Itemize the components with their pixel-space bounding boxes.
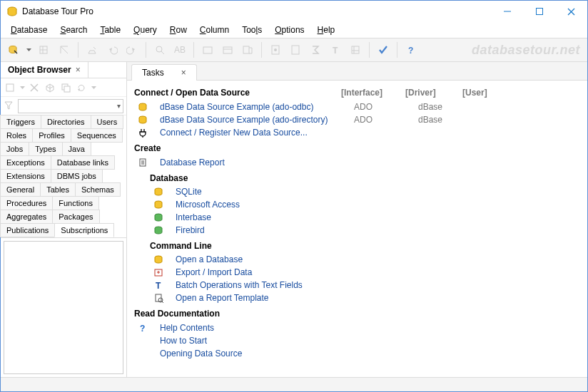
object-tab-dbms-jobs[interactable]: DBMS jobs [51,169,103,183]
cmd-label: Open a Report Template [176,293,355,303]
create-report[interactable]: Database Report [134,156,577,169]
chevron-down-icon[interactable] [19,81,25,94]
object-tab-procedures[interactable]: Procedures [0,196,53,210]
tb-5[interactable] [200,42,216,58]
cmd-row[interactable]: Open a Report Template [134,292,577,304]
db-label: Microsoft Access [176,200,355,210]
object-tab-schemas[interactable]: Schemas [75,182,121,197]
col-user: [User] [462,88,505,98]
svg-text:?: ? [140,324,145,333]
toolbar-btn-3[interactable] [56,42,72,58]
close-icon[interactable]: × [181,68,186,78]
menu-help[interactable]: Help [312,24,341,36]
redo-icon[interactable] [124,42,140,58]
col-driver: [Driver] [405,88,448,98]
menu-tools[interactable]: Tools [236,24,268,36]
cmd-label: Open a Database [176,254,355,264]
object-tab-exceptions[interactable]: Exceptions [0,155,51,170]
doc-row[interactable]: ?Help Contents [134,321,577,334]
menu-search[interactable]: Search [54,24,93,36]
new-datasource[interactable]: Connect / Register New Data Source... [134,126,577,139]
funnel-icon[interactable] [4,100,15,112]
help-icon[interactable]: ? [403,42,419,58]
svg-text:?: ? [408,46,413,56]
cmd-row[interactable]: TBatch Operations with Text Fields [134,279,577,292]
object-tab-jobs[interactable]: Jobs [0,142,29,156]
database-icon [137,114,148,125]
object-tab-database-links[interactable]: Database links [51,155,115,170]
object-tab-extensions[interactable]: Extensions [0,169,51,183]
datasource-row[interactable]: dBase Data Source Example (ado-odbc) ADO… [134,100,577,113]
new-icon[interactable] [4,81,16,94]
menu-database[interactable]: Database [5,24,53,36]
tb-10[interactable] [348,42,363,58]
tab-tasks[interactable]: Tasks × [131,64,197,81]
database-icon [153,225,164,236]
menubar: Database Search Table Query Row Column T… [1,22,587,38]
maximize-button[interactable] [523,1,555,22]
menu-row[interactable]: Row [164,24,193,36]
object-tab-types[interactable]: Types [29,142,62,156]
sidebar-filter: ▾ [1,97,126,115]
tb-8[interactable] [268,42,283,58]
object-tab-packages[interactable]: Packages [52,210,99,224]
check-icon[interactable] [375,42,391,58]
object-tab-roles[interactable]: Roles [0,128,33,143]
object-tab-tables[interactable]: Tables [40,182,76,197]
window-title: Database Tour Pro [22,6,491,16]
doc-row[interactable]: Opening Data Source [134,347,577,360]
object-tab-sequences[interactable]: Sequences [71,128,123,143]
object-tab-directories[interactable]: Directories [41,115,91,129]
sidebar-tab[interactable]: Object Browser × [1,62,88,78]
filter-combo[interactable]: ▾ [18,99,123,113]
object-tab-functions[interactable]: Functions [52,196,99,210]
object-tab-general[interactable]: General [0,182,41,197]
cmd-row[interactable]: Export / Import Data [134,266,577,279]
object-list[interactable] [4,241,123,374]
object-tab-triggers[interactable]: Triggers [0,115,41,129]
object-tab-profiles[interactable]: Profiles [32,128,71,143]
dropdown-icon[interactable] [25,42,32,58]
create-db-row[interactable]: Interbase [134,211,577,224]
object-tab-aggregates[interactable]: Aggregates [0,210,53,224]
tb-7[interactable] [240,42,255,58]
undo-icon[interactable] [104,42,120,58]
create-db-row[interactable]: SQLite [134,185,577,198]
cube-icon[interactable] [44,81,56,94]
close-icon[interactable]: × [76,65,81,75]
create-db-row[interactable]: Firebird [134,224,577,237]
object-tab-publications[interactable]: Publications [0,223,55,237]
refresh-icon[interactable] [75,81,88,94]
cmd-icon [153,254,164,265]
object-tab-java[interactable]: Java [62,142,91,156]
menu-query[interactable]: Query [128,24,163,36]
text-icon[interactable]: T [328,42,343,58]
plug-icon [137,127,148,138]
close-button[interactable] [555,1,587,22]
app-icon [6,6,18,17]
plug-icon[interactable] [5,42,21,58]
menu-options[interactable]: Options [269,24,310,36]
minimize-button[interactable] [491,1,523,22]
toolbar-btn-2[interactable] [36,42,52,58]
replace-icon[interactable]: AB [172,42,188,58]
chevron-down-icon[interactable] [91,81,96,94]
menu-table[interactable]: Table [94,24,126,36]
sigma-icon[interactable] [308,42,323,58]
tasks-content[interactable]: Connect / Open Data Source [Interface] [… [127,81,587,377]
object-tab-subscriptions[interactable]: Subscriptions [54,223,114,237]
toolbar-btn-4[interactable] [84,42,100,58]
create-db-row[interactable]: Microsoft Access [134,198,577,211]
delete-icon[interactable] [28,81,41,94]
menu-column[interactable]: Column [194,24,235,36]
copy-icon[interactable] [59,81,72,94]
main-area: Tasks × Connect / Open Data Source [Inte… [127,62,587,377]
tb-9[interactable] [288,42,303,58]
find-icon[interactable] [152,42,168,58]
cmd-row[interactable]: Open a Database [134,253,577,266]
tb-6[interactable] [220,42,235,58]
doc-row[interactable]: How to Start [134,334,577,347]
object-tab-users[interactable]: Users [91,115,124,129]
datasource-row[interactable]: dBase Data Source Example (ado-directory… [134,113,577,126]
chevron-down-icon: ▾ [117,102,121,110]
